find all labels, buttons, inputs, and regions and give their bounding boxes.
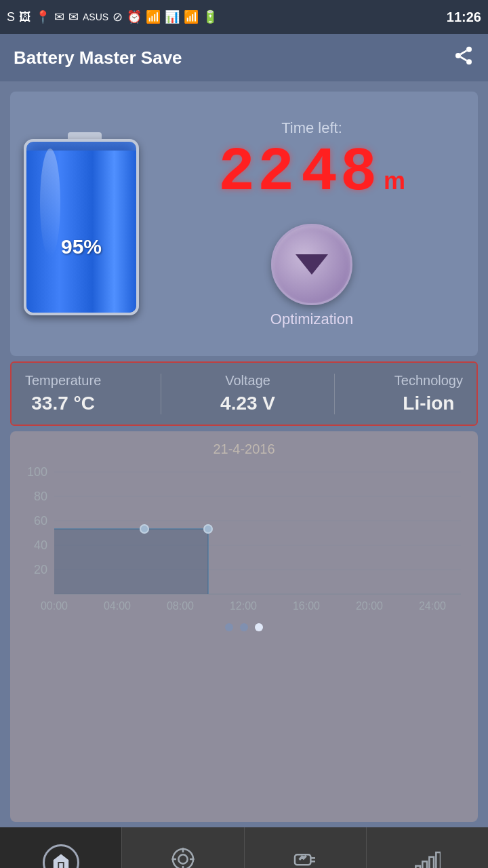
monitor-icon (413, 846, 441, 868)
svg-text:100: 100 (27, 465, 47, 479)
temperature-value: 33.7 °C (31, 393, 95, 414)
optimization-arrow-icon (296, 254, 328, 275)
svg-line-4 (460, 50, 466, 54)
svg-text:20:00: 20:00 (356, 600, 383, 612)
home-icon (43, 844, 79, 869)
voltage-value: 4.23 V (220, 393, 275, 414)
status-bar: S 🖼 📍 ✉ ✉ ASUS ⊘ ⏰ 📶 📊 📶 🔋 11:26 (0, 0, 488, 34)
chart-dot-1[interactable] (225, 623, 233, 631)
svg-line-3 (460, 57, 466, 60)
quick-charger-icon (291, 846, 319, 868)
clock: 11:26 (447, 9, 481, 25)
svg-text:16:00: 16:00 (293, 600, 320, 612)
svg-point-0 (466, 46, 472, 52)
battery-display: 95% (24, 132, 146, 315)
app-title: Battery Master Save (14, 47, 182, 68)
chart-date: 21-4-2016 (20, 441, 468, 457)
optimization-button[interactable] (271, 224, 352, 305)
bottom-nav: Home Save Quick charger (0, 827, 488, 868)
time-left-section: Time left: 22 48 m (218, 119, 405, 203)
chart-dot-2[interactable] (240, 623, 248, 631)
status-bar-left: S 🖼 📍 ✉ ✉ ASUS ⊘ ⏰ 📶 📊 📶 🔋 (7, 9, 218, 24)
slash-icon: ⊘ (113, 9, 123, 24)
status-bar-right: 11:26 (447, 9, 481, 25)
chart-dot-3[interactable] (255, 623, 263, 631)
email-icon: ✉ (54, 9, 64, 24)
stat-divider-2 (334, 374, 335, 414)
photo-icon: 🖼 (19, 10, 31, 24)
battery-icon: 🔋 (203, 9, 218, 24)
svg-text:20: 20 (34, 563, 47, 576)
optimization-label: Optimization (270, 311, 353, 328)
svg-text:12:00: 12:00 (230, 600, 257, 612)
stats-section: Temperature 33.7 °C Voltage 4.23 V Techn… (10, 361, 478, 426)
svg-text:24:00: 24:00 (419, 600, 446, 612)
svg-rect-37 (436, 852, 441, 868)
chart-pagination (20, 623, 468, 631)
time-left-hours: 22 (218, 142, 297, 203)
nav-quick-charger[interactable]: Quick charger (245, 827, 366, 868)
chart-area: 100 80 60 40 20 (20, 464, 468, 613)
email2-icon: ✉ (68, 9, 79, 24)
svg-point-27 (178, 854, 187, 863)
data-signal-icon: 📊 (165, 9, 180, 24)
battery-section: 95% Time left: 22 48 m Optimization (10, 92, 478, 356)
svg-point-17 (140, 525, 148, 533)
battery-percent: 95% (26, 235, 136, 258)
svg-text:08:00: 08:00 (167, 600, 194, 612)
svg-rect-35 (423, 861, 428, 868)
main-content: 95% Time left: 22 48 m Optimization (0, 81, 488, 827)
svg-point-18 (204, 525, 212, 533)
signal-icon: 📶 (184, 9, 199, 24)
stat-divider-1 (161, 374, 161, 414)
temperature-stat: Temperature 33.7 °C (25, 373, 101, 414)
technology-label: Technology (394, 373, 463, 389)
voltage-label: Voltage (225, 373, 270, 389)
nav-monitor[interactable]: Monitor (367, 827, 488, 868)
battery-visual: 95% (24, 132, 146, 315)
wifi-icon: 📶 (146, 9, 161, 24)
time-left-minutes: 48 (301, 142, 380, 203)
share-icon[interactable] (453, 45, 474, 71)
temperature-label: Temperature (25, 373, 101, 389)
time-left-unit: m (384, 167, 405, 195)
battery-right: Time left: 22 48 m Optimization (159, 119, 464, 328)
location-icon: 📍 (35, 9, 50, 24)
svg-text:40: 40 (34, 538, 47, 552)
svg-text:00:00: 00:00 (41, 600, 68, 612)
asus-icon: ASUS (83, 12, 108, 22)
chart-section: 21-4-2016 100 80 60 40 20 (10, 431, 478, 822)
svg-text:60: 60 (34, 514, 47, 528)
technology-value: Li-ion (403, 393, 454, 414)
alarm-icon: ⏰ (127, 9, 142, 24)
svg-text:04:00: 04:00 (104, 600, 131, 612)
nav-home[interactable]: Home (0, 827, 121, 868)
svg-rect-36 (430, 857, 434, 868)
time-left-label: Time left: (218, 119, 405, 137)
svg-text:80: 80 (34, 490, 47, 503)
chart-svg: 100 80 60 40 20 (20, 464, 468, 613)
svg-point-1 (455, 53, 461, 58)
save-icon (169, 846, 197, 868)
skype-icon: S (7, 10, 15, 24)
voltage-stat: Voltage 4.23 V (220, 373, 275, 414)
svg-point-2 (466, 59, 472, 64)
nav-save[interactable]: Save (122, 827, 243, 868)
battery-body: 95% (24, 139, 139, 315)
technology-stat: Technology Li-ion (394, 373, 463, 414)
svg-marker-16 (54, 529, 208, 594)
app-bar: Battery Master Save (0, 34, 488, 81)
optimization-section: Optimization (270, 224, 353, 328)
